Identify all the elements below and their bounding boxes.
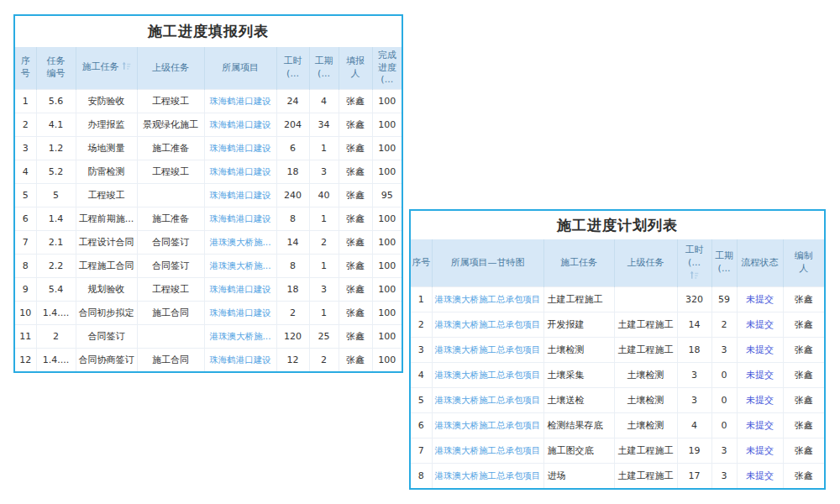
table-row: 1港珠澳大桥施工总承包项目土建工程施工32059未提交张鑫	[411, 287, 824, 312]
column-label: 所属项目	[222, 62, 259, 73]
table-row: 15.6安防验收工程竣工珠海鹤港口建设244张鑫100	[15, 90, 402, 113]
table-row: 121.4....合同协商签订施工合同珠海鹤港口建设122张鑫100	[15, 349, 402, 372]
table-cell: 100	[372, 113, 402, 137]
table-cell: 土壤采集	[543, 363, 614, 388]
column-header[interactable]: 工时 (...	[677, 239, 711, 287]
project-link[interactable]: 港珠澳大桥施工总承包项目	[432, 363, 543, 388]
table-cell: 4	[411, 363, 432, 388]
project-link[interactable]: 港珠澳大桥施工总承包项目	[432, 338, 543, 363]
project-link[interactable]: 港珠澳大桥施工总承包项目	[432, 312, 543, 338]
column-label: 完成 进度 (...	[378, 50, 396, 85]
table-cell: 张鑫	[339, 302, 372, 325]
table-cell: 18	[677, 338, 711, 363]
table-cell: 5.4	[36, 278, 76, 302]
table-cell: 100	[372, 207, 402, 231]
project-link[interactable]: 港珠澳大桥施工总承包项目	[432, 413, 543, 438]
table-cell: 开发报建	[543, 312, 614, 338]
sort-icon[interactable]	[122, 61, 131, 71]
table-cell: 10	[15, 302, 36, 325]
project-link[interactable]: 港珠澳大桥施工总承包项目	[432, 464, 543, 489]
project-link[interactable]: 珠海鹤港口建设	[204, 278, 276, 302]
report-table-panel: 施工进度填报列表 序 号任务 编号施工任务上级任务所属项目工时 (...工期 (…	[13, 14, 403, 373]
plan-table: 序号所属项目—甘特图施工任务上级任务工时 (...工期 (...流程状态编制 人…	[411, 239, 824, 488]
column-header: 序 号	[15, 47, 36, 90]
plan-table-panel: 施工进度计划列表 序号所属项目—甘特图施工任务上级任务工时 (...工期 (..…	[409, 209, 826, 490]
table-cell: 2	[36, 325, 76, 349]
project-link[interactable]: 珠海鹤港口建设	[204, 113, 276, 137]
table-cell: 1.4....	[36, 302, 76, 325]
column-header: 所属项目	[204, 47, 276, 90]
status-link[interactable]: 未提交	[737, 363, 783, 388]
table-cell: 张鑫	[339, 160, 372, 184]
table-cell: 2	[276, 302, 309, 325]
sort-icon[interactable]	[690, 270, 699, 280]
column-label: 所属项目—甘特图	[451, 257, 525, 268]
table-cell: 张鑫	[339, 255, 372, 278]
project-link[interactable]: 港珠澳大桥施...	[204, 231, 276, 255]
table-cell: 100	[372, 160, 402, 184]
project-link[interactable]: 珠海鹤港口建设	[204, 160, 276, 184]
table-cell: 张鑫	[339, 325, 372, 349]
table-cell: 0	[711, 388, 737, 413]
table-cell: 5	[15, 184, 36, 207]
table-cell: 8	[411, 464, 432, 489]
table-cell: 合同协商签订	[76, 349, 137, 372]
table-cell: 土建工程施工	[614, 438, 677, 464]
status-link[interactable]: 未提交	[737, 413, 783, 438]
table-cell: 张鑫	[783, 287, 824, 312]
project-link[interactable]: 珠海鹤港口建设	[204, 90, 276, 113]
table-cell: 14	[276, 231, 309, 255]
project-link[interactable]: 港珠澳大桥施...	[204, 325, 276, 349]
table-cell: 规划验收	[76, 278, 137, 302]
column-label: 任务 编号	[47, 55, 66, 79]
column-label: 编制 人	[795, 250, 813, 274]
status-link[interactable]: 未提交	[737, 464, 783, 489]
column-header: 上级任务	[614, 239, 677, 287]
table-cell: 4.1	[36, 113, 76, 137]
header-row: 序号所属项目—甘特图施工任务上级任务工时 (...工期 (...流程状态编制 人	[411, 239, 824, 287]
table-cell: 张鑫	[339, 137, 372, 160]
table-cell	[137, 325, 204, 349]
table-cell: 4	[309, 90, 339, 113]
table-row: 6港珠澳大桥施工总承包项目检测结果存底土壤检测40未提交张鑫	[411, 413, 824, 438]
table-cell: 3	[677, 388, 711, 413]
table-cell: 100	[372, 255, 402, 278]
project-link[interactable]: 珠海鹤港口建设	[204, 184, 276, 207]
table-cell: 3	[411, 338, 432, 363]
column-header[interactable]: 施工任务	[76, 47, 137, 90]
table-cell: 5.2	[36, 160, 76, 184]
table-cell: 张鑫	[339, 207, 372, 231]
status-link[interactable]: 未提交	[737, 438, 783, 464]
project-link[interactable]: 港珠澳大桥施工总承包项目	[432, 438, 543, 464]
project-link[interactable]: 珠海鹤港口建设	[204, 349, 276, 372]
project-link[interactable]: 港珠澳大桥施工总承包项目	[432, 388, 543, 413]
table-cell: 7	[411, 438, 432, 464]
column-label: 上级任务	[152, 62, 189, 73]
column-label: 上级任务	[627, 257, 664, 268]
table-cell: 6	[276, 137, 309, 160]
table-row: 82.2工程施工合同合同签订港珠澳大桥施...81张鑫100	[15, 255, 402, 278]
project-link[interactable]: 港珠澳大桥施...	[204, 255, 276, 278]
status-link[interactable]: 未提交	[737, 287, 783, 312]
table-row: 24.1办理报监景观绿化施工珠海鹤港口建设20434张鑫100	[15, 113, 402, 137]
status-link[interactable]: 未提交	[737, 312, 783, 338]
project-link[interactable]: 珠海鹤港口建设	[204, 302, 276, 325]
project-link[interactable]: 珠海鹤港口建设	[204, 137, 276, 160]
table-cell: 1	[309, 255, 339, 278]
table-cell: 1	[309, 137, 339, 160]
status-link[interactable]: 未提交	[737, 338, 783, 363]
column-header: 工时 (...	[276, 47, 309, 90]
table-cell: 合同初步拟定	[76, 302, 137, 325]
table-cell: 3	[309, 278, 339, 302]
table-cell: 0	[711, 413, 737, 438]
table-cell: 2	[309, 231, 339, 255]
table-row: 45.2防雷检测工程竣工珠海鹤港口建设183张鑫100	[15, 160, 402, 184]
table-cell	[614, 287, 677, 312]
table-cell: 防雷检测	[76, 160, 137, 184]
table-cell: 土壤检测	[614, 413, 677, 438]
project-link[interactable]: 港珠澳大桥施工总承包项目	[432, 287, 543, 312]
table-cell: 17	[677, 464, 711, 489]
status-link[interactable]: 未提交	[737, 388, 783, 413]
project-link[interactable]: 珠海鹤港口建设	[204, 207, 276, 231]
table-cell: 张鑫	[339, 90, 372, 113]
